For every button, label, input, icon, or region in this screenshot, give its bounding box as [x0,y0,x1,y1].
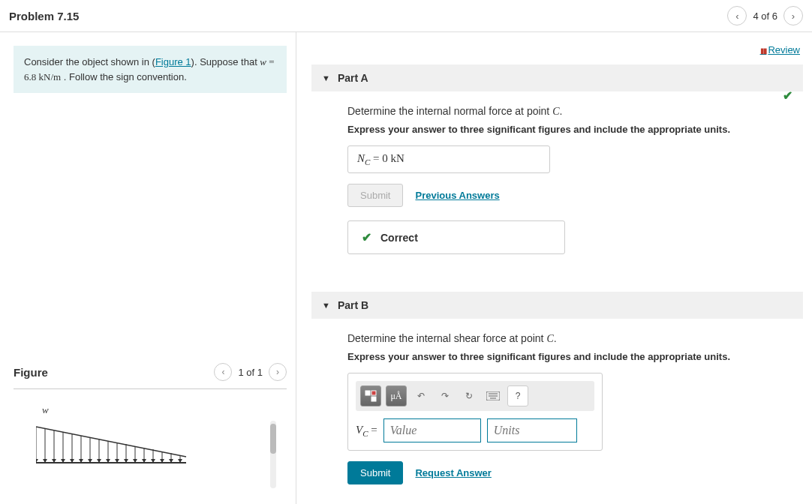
figure-w-label: w [42,404,49,416]
problem-text-2: ). Suppose that [191,56,260,68]
figure-link[interactable]: Figure 1 [155,56,191,68]
keyboard-button[interactable] [483,386,503,406]
svg-rect-37 [371,391,376,395]
right-panel: Review ▼ Part A ✔ Determine the internal… [296,32,812,504]
units-input[interactable] [487,418,577,442]
part-a-prompt: Determine the internal normal force at p… [347,105,788,118]
part-b-instruction: Express your answer to three significant… [347,351,788,362]
figure-scrollbar[interactable] [270,421,276,488]
figure-next-button[interactable]: › [269,363,287,381]
part-b-submit-button[interactable]: Submit [347,461,403,484]
problem-counter: 4 of 6 [753,10,777,22]
review-link[interactable]: Review [760,44,800,56]
svg-rect-36 [365,391,370,395]
correct-label: Correct [380,232,418,244]
page-header: Problem 7.15 ‹ 4 of 6 › [0,0,812,32]
problem-text-1: Consider the object shown in ( [24,56,155,68]
answer-input-panel: μÅ ↶ ↷ ↻ ? VC = [347,373,603,451]
part-b-header[interactable]: ▼ Part B [311,292,803,319]
part-a-instruction: Express your answer to three significant… [347,124,788,135]
previous-answers-link[interactable]: Previous Answers [415,190,499,201]
undo-button[interactable]: ↶ [411,386,431,406]
redo-button[interactable]: ↷ [435,386,455,406]
part-a-answer-display: NC = 0 kN [347,146,550,173]
problem-title: Problem 7.15 [9,10,79,22]
part-a-check-icon: ✔ [783,88,792,103]
part-b-prompt: Determine the internal shear force at po… [347,332,788,345]
equation-toolbar: μÅ ↶ ↷ ↻ ? [356,381,594,411]
units-tool-button[interactable]: μÅ [386,386,407,406]
figure-canvas: w [14,389,287,464]
vc-variable-label: VC = [356,424,377,438]
left-panel: Consider the object shown in (Figure 1).… [0,32,296,504]
svg-line-0 [36,427,186,457]
part-a-title: Part A [338,72,368,84]
next-problem-button[interactable]: › [783,6,803,26]
part-a-submit-button: Submit [347,184,403,207]
problem-statement: Consider the object shown in (Figure 1).… [14,46,287,93]
part-b-body: Determine the internal shear force at po… [311,319,803,504]
prev-problem-button[interactable]: ‹ [727,6,747,26]
reset-button[interactable]: ↻ [459,386,479,406]
help-button[interactable]: ? [507,386,528,406]
part-a-header[interactable]: ▼ Part A ✔ [311,64,803,92]
beam-diagram [36,419,201,464]
problem-nav: ‹ 4 of 6 › [727,6,803,26]
part-b-title: Part B [338,299,368,311]
part-a-body: Determine the internal normal force at p… [311,92,803,269]
figure-prev-button[interactable]: ‹ [214,363,232,381]
request-answer-link[interactable]: Request Answer [415,467,491,478]
problem-text-3: . Follow the sign convention. [61,71,187,82]
figure-title: Figure [14,366,48,379]
check-icon: ✔ [362,230,371,244]
figure-counter: 1 of 1 [238,367,263,378]
correct-feedback: ✔ Correct [347,220,565,254]
collapse-icon: ▼ [322,301,330,310]
value-input[interactable] [383,418,481,442]
figure-section: Figure ‹ 1 of 1 › w [14,363,287,464]
collapse-icon: ▼ [322,74,330,82]
svg-rect-38 [371,397,376,401]
template-tool-button[interactable] [360,386,381,406]
